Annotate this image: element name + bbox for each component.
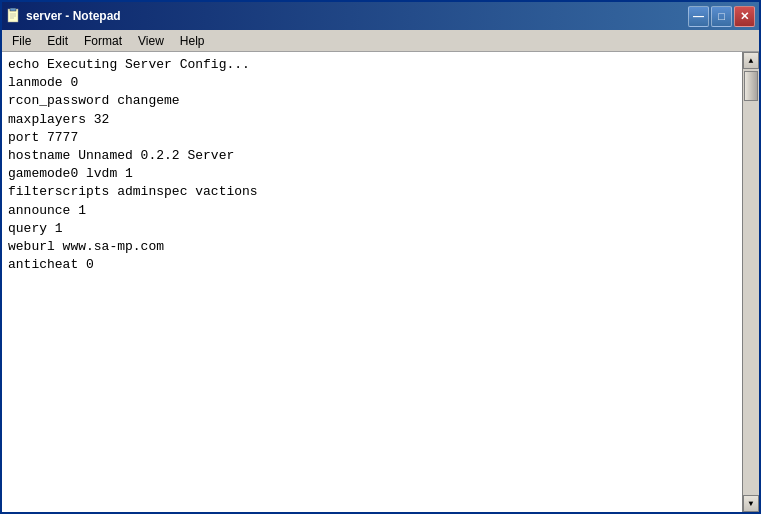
editor-area: echo Executing Server Config... lanmode … [2,52,759,512]
menu-edit[interactable]: Edit [39,30,76,51]
maximize-button[interactable]: □ [711,6,732,27]
scroll-thumb[interactable] [744,71,758,101]
close-button[interactable]: ✕ [734,6,755,27]
notepad-icon [6,8,22,24]
svg-rect-1 [10,8,16,11]
title-bar-controls: — □ ✕ [688,6,755,27]
menu-format[interactable]: Format [76,30,130,51]
scroll-up-button[interactable]: ▲ [743,52,759,69]
menu-view[interactable]: View [130,30,172,51]
menu-bar: File Edit Format View Help [2,30,759,52]
text-editor[interactable]: echo Executing Server Config... lanmode … [2,52,742,512]
title-bar: server - Notepad — □ ✕ [2,2,759,30]
title-bar-left: server - Notepad [6,8,121,24]
minimize-button[interactable]: — [688,6,709,27]
scroll-track[interactable] [743,69,759,495]
vertical-scrollbar[interactable]: ▲ ▼ [742,52,759,512]
menu-help[interactable]: Help [172,30,213,51]
scroll-down-button[interactable]: ▼ [743,495,759,512]
notepad-window: server - Notepad — □ ✕ File Edit Format … [0,0,761,514]
window-title: server - Notepad [26,9,121,23]
menu-file[interactable]: File [4,30,39,51]
